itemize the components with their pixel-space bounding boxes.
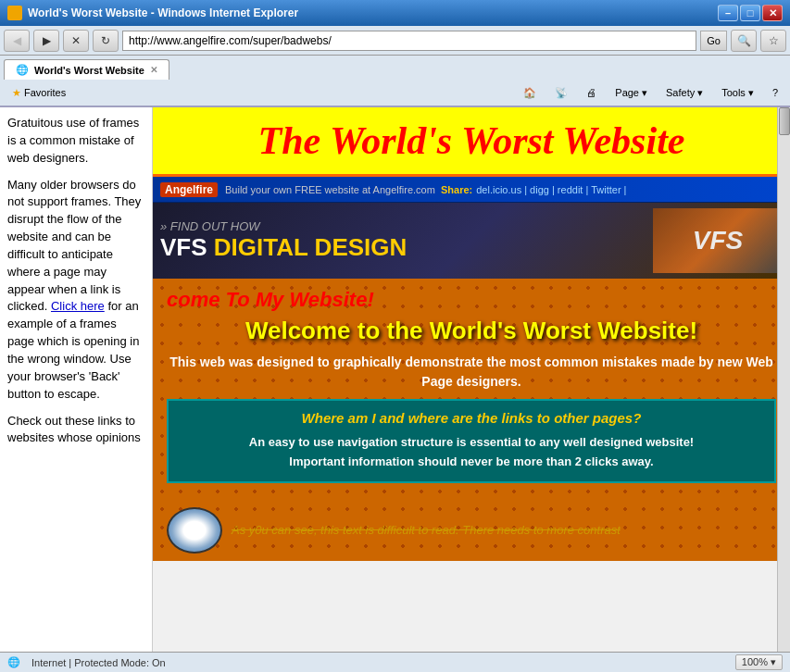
status-text: Internet | Protected Mode: On (31, 657, 166, 668)
browser-content: Gratuitous use of frames is a common mis… (0, 107, 790, 652)
vertical-scrollbar[interactable] (777, 107, 790, 652)
click-here-link[interactable]: Click here (51, 299, 105, 313)
status-bar: 🌐 Internet | Protected Mode: On 100% ▾ (0, 652, 790, 672)
search-button[interactable]: 🔍 (731, 30, 757, 52)
banner-title: VFS DIGITAL DESIGN (160, 233, 653, 262)
nav-box: Where am I and where are the links to ot… (167, 399, 776, 483)
tools-button[interactable]: Tools ▾ (713, 81, 762, 104)
share-links: del.icio.us | digg | reddit | Twitter | (476, 184, 626, 195)
welcome-text: Welcome to the World's Worst Website! (167, 317, 776, 345)
banner-text: » FIND OUT HOW VFS DIGITAL DESIGN (160, 219, 653, 262)
zoom-button[interactable]: 100% ▾ (735, 654, 783, 670)
back-button[interactable]: ◀ (4, 30, 30, 52)
print-button[interactable]: 🖨 (578, 81, 605, 104)
window-controls[interactable]: – □ ✕ (718, 5, 783, 21)
home-button[interactable]: 🏠 (515, 81, 545, 104)
address-bar: ◀ ▶ ✕ ↻ Go 🔍 ☆ (0, 26, 790, 56)
status-right: 100% ▾ (735, 654, 783, 670)
bookmark-button[interactable]: ☆ (760, 30, 786, 52)
sidebar-text-1: Gratuitous use of frames is a common mis… (7, 115, 144, 168)
forward-button[interactable]: ▶ (33, 30, 59, 52)
bottom-partial-section: As y0u can see, this text is difficult t… (153, 500, 790, 561)
favorites-button[interactable]: ★ Favorites (4, 81, 74, 104)
sidebar: Gratuitous use of frames is a common mis… (0, 107, 153, 652)
safety-button[interactable]: Safety ▾ (658, 81, 711, 104)
browser-toolbar: ★ Favorites 🏠 📡 🖨 Page ▾ Safety ▾ Tools … (0, 80, 790, 107)
tab-close-button[interactable]: ✕ (150, 65, 157, 75)
webpage-inner[interactable]: The World's Worst Website Angelfire Buil… (153, 107, 790, 652)
tab-label: World's Worst Website (34, 65, 144, 76)
banner-image: VFS (653, 208, 783, 273)
refresh-button[interactable]: ↻ (93, 30, 119, 52)
banner-find-text: » FIND OUT HOW (160, 219, 653, 233)
share-label: Share: (441, 184, 472, 195)
help-button[interactable]: ? (764, 81, 786, 104)
close-button[interactable]: ✕ (762, 5, 783, 21)
maximize-button[interactable]: □ (740, 5, 760, 21)
description-text: This web was designed to graphically dem… (167, 353, 776, 392)
rss-button[interactable]: 📡 (546, 81, 576, 104)
webpage-area: The World's Worst Website Angelfire Buil… (153, 107, 790, 652)
sidebar-text-3: for an example of a frames page which is… (7, 299, 139, 400)
nav-box-title: Where am I and where are the links to ot… (182, 410, 760, 426)
main-heading: The World's Worst Website (153, 118, 790, 163)
active-tab[interactable]: 🌐 World's Worst Website ✕ (4, 59, 169, 80)
blink-text: come To My Website! (167, 288, 776, 312)
window-title: World's Worst Website - Windows Internet… (28, 6, 298, 19)
go-button[interactable]: Go (700, 31, 727, 51)
page-header: The World's Worst Website (153, 107, 790, 177)
sidebar-text-2: Many older browsers do not support frame… (7, 177, 144, 404)
tab-bar: 🌐 World's Worst Website ✕ (0, 56, 790, 80)
title-bar: World's Worst Website - Windows Internet… (0, 0, 790, 26)
orange-content: come To My Website! Welcome to the World… (153, 279, 790, 500)
angelfire-logo: Angelfire (160, 182, 218, 197)
nav-box-body: An easy to use navigation structure is e… (182, 433, 760, 472)
star-icon: ★ (12, 87, 21, 99)
ad-bar: Angelfire Build your own FREE website at… (153, 177, 790, 203)
sidebar-text-4: Check out these links to websites whose … (7, 413, 144, 448)
globe-icon: 🌐 (7, 656, 20, 668)
stop-button[interactable]: ✕ (63, 30, 89, 52)
eye-image (167, 507, 222, 554)
scrollbar-thumb[interactable] (779, 107, 790, 135)
page-button[interactable]: Page ▾ (607, 81, 656, 104)
tab-icon: 🌐 (16, 64, 29, 76)
minimize-button[interactable]: – (718, 5, 738, 21)
banner-ad[interactable]: » FIND OUT HOW VFS DIGITAL DESIGN VFS (153, 203, 790, 279)
browser-icon (7, 6, 22, 20)
ad-text: Build your own FREE website at Angelfire… (225, 184, 435, 195)
bottom-partial-text: As y0u can see, this text is difficult t… (232, 523, 621, 537)
url-input[interactable] (122, 31, 696, 51)
